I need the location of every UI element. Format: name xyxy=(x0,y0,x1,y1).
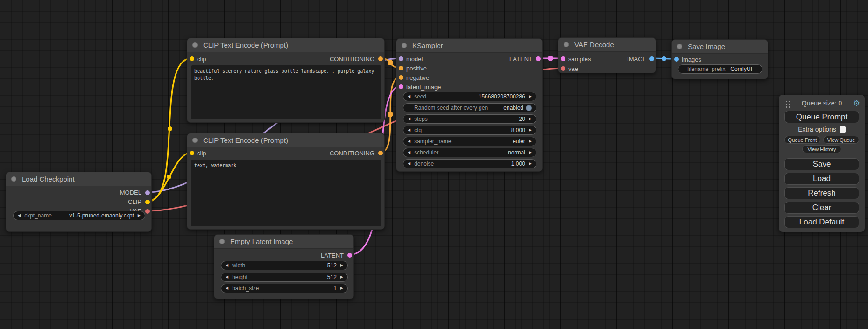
prompt-textarea[interactable]: beautiful scenery nature glass bottle la… xyxy=(191,65,381,119)
node-save-image[interactable]: Save Image images filename_prefix ComfyU… xyxy=(671,39,768,79)
collapse-dot-icon[interactable] xyxy=(219,239,225,244)
save-button[interactable]: Save xyxy=(784,158,859,170)
output-port-latent[interactable] xyxy=(347,253,352,258)
node-title-bar[interactable]: Save Image xyxy=(672,40,768,54)
node-ksampler[interactable]: KSampler model positive negative latent_… xyxy=(396,38,543,172)
queue-prompt-button[interactable]: Queue Prompt xyxy=(784,111,859,123)
widget-sampler-name[interactable]: ◀ sampler_name euler ▶ xyxy=(403,137,536,146)
graph-canvas[interactable]: CLIP Text Encode (Prompt) clip CONDITION… xyxy=(0,0,868,329)
collapse-dot-icon[interactable] xyxy=(192,42,198,48)
collapse-dot-icon[interactable] xyxy=(11,176,16,182)
decrement-arrow-icon[interactable]: ◀ xyxy=(408,128,410,132)
widget-denoise[interactable]: ◀ denoise 1.000 ▶ xyxy=(403,159,536,168)
prompt-textarea[interactable]: text, watermark xyxy=(191,160,381,226)
output-port-latent[interactable] xyxy=(536,56,541,61)
output-port-clip[interactable] xyxy=(145,200,150,204)
increment-arrow-icon[interactable]: ▶ xyxy=(529,162,532,166)
widget-value: 20 xyxy=(428,116,525,122)
widget-height[interactable]: ◀ height 512 ▶ xyxy=(221,273,348,282)
node-title: Save Image xyxy=(688,42,725,50)
collapse-dot-icon[interactable] xyxy=(402,43,407,48)
widget-label: ckpt_name xyxy=(24,212,52,219)
widget-scheduler[interactable]: ◀ scheduler normal ▶ xyxy=(403,148,536,157)
widget-label: sampler_name xyxy=(414,138,451,145)
node-title-bar[interactable]: Empty Latent Image xyxy=(214,235,353,249)
increment-arrow-icon[interactable]: ▶ xyxy=(529,117,532,121)
input-port-samples[interactable] xyxy=(561,56,565,61)
clear-button[interactable]: Clear xyxy=(784,202,859,214)
widget-label: scheduler xyxy=(414,149,438,156)
node-clip-text-encode-positive[interactable]: CLIP Text Encode (Prompt) clip CONDITION… xyxy=(187,38,385,123)
refresh-button[interactable]: Refresh xyxy=(784,187,859,199)
input-port-images[interactable] xyxy=(674,57,679,62)
gear-icon[interactable]: ⚙ xyxy=(853,98,860,108)
output-port-image[interactable] xyxy=(649,56,654,61)
widget-steps[interactable]: ◀ steps 20 ▶ xyxy=(403,114,536,124)
increment-arrow-icon[interactable]: ▶ xyxy=(340,264,343,267)
widget-label: batch_size xyxy=(232,285,259,292)
increment-arrow-icon[interactable]: ▶ xyxy=(529,128,532,132)
input-port-clip[interactable] xyxy=(190,151,194,155)
increment-arrow-icon[interactable]: ▶ xyxy=(340,275,343,279)
output-port-conditioning[interactable] xyxy=(378,151,383,155)
decrement-arrow-icon[interactable]: ◀ xyxy=(226,264,228,267)
input-port-positive[interactable] xyxy=(399,66,403,70)
node-title-bar[interactable]: CLIP Text Encode (Prompt) xyxy=(187,38,384,52)
output-port-conditioning[interactable] xyxy=(378,56,383,61)
decrement-arrow-icon[interactable]: ◀ xyxy=(18,214,21,217)
increment-arrow-icon[interactable]: ▶ xyxy=(529,95,532,98)
node-title-bar[interactable]: CLIP Text Encode (Prompt) xyxy=(187,133,384,147)
input-port-clip[interactable] xyxy=(190,56,194,61)
input-port-latent-image[interactable] xyxy=(399,84,403,89)
input-label: positive xyxy=(406,65,427,72)
node-empty-latent-image[interactable]: Empty Latent Image LATENT ◀ width 512 ▶ … xyxy=(214,234,354,299)
node-clip-text-encode-negative[interactable]: CLIP Text Encode (Prompt) clip CONDITION… xyxy=(187,133,385,230)
decrement-arrow-icon[interactable]: ◀ xyxy=(408,162,410,166)
increment-arrow-icon[interactable]: ▶ xyxy=(340,287,343,290)
collapse-dot-icon[interactable] xyxy=(564,42,569,47)
decrement-arrow-icon[interactable]: ◀ xyxy=(408,95,410,98)
input-port-model[interactable] xyxy=(399,56,403,61)
node-title-bar[interactable]: Load Checkpoint xyxy=(6,172,151,186)
widget-value: normal xyxy=(438,149,525,156)
output-port-model[interactable] xyxy=(145,190,150,195)
widget-batch-size[interactable]: ◀ batch_size 1 ▶ xyxy=(221,284,348,293)
widget-value: 1 xyxy=(259,285,337,292)
decrement-arrow-icon[interactable]: ◀ xyxy=(226,275,228,279)
collapse-dot-icon[interactable] xyxy=(192,138,198,143)
node-load-checkpoint[interactable]: Load Checkpoint MODEL CLIP VAE ◀ ckpt_na… xyxy=(6,172,152,232)
view-history-button[interactable]: View History xyxy=(802,145,841,153)
widget-random-seed-toggle[interactable]: Random seed after every gen enabled xyxy=(403,103,536,112)
increment-arrow-icon[interactable]: ▶ xyxy=(529,140,532,143)
widget-label: height xyxy=(232,274,247,280)
decrement-arrow-icon[interactable]: ◀ xyxy=(408,117,410,121)
link-dot xyxy=(662,56,666,61)
increment-arrow-icon[interactable]: ▶ xyxy=(138,214,141,217)
widget-ckpt-name[interactable]: ◀ ckpt_name v1-5-pruned-emaonly.ckpt ▶ xyxy=(13,211,145,220)
input-port-vae[interactable] xyxy=(561,66,565,71)
input-label: latent_image xyxy=(406,84,441,91)
node-title-bar[interactable]: KSampler xyxy=(396,39,542,53)
view-queue-button[interactable]: View Queue xyxy=(823,136,859,144)
widget-seed[interactable]: ◀ seed 156680208700286 ▶ xyxy=(403,92,536,101)
input-port-negative[interactable] xyxy=(399,75,403,80)
load-button[interactable]: Load xyxy=(784,173,859,185)
load-default-button[interactable]: Load Default xyxy=(784,216,859,228)
queue-front-button[interactable]: Queue Front xyxy=(784,136,820,144)
node-title: Load Checkpoint xyxy=(22,175,75,183)
extra-options-checkbox[interactable] xyxy=(840,126,846,133)
output-label: CONDITIONING xyxy=(330,56,374,63)
collapse-dot-icon[interactable] xyxy=(677,44,682,49)
widget-filename-prefix[interactable]: filename_prefix ComfyUI xyxy=(678,64,762,74)
toggle-icon[interactable] xyxy=(526,105,532,111)
output-port-vae[interactable] xyxy=(145,209,150,214)
decrement-arrow-icon[interactable]: ◀ xyxy=(408,151,410,154)
widget-width[interactable]: ◀ width 512 ▶ xyxy=(221,261,348,270)
node-vae-decode[interactable]: VAE Decode samples vae IMAGE xyxy=(558,37,656,73)
increment-arrow-icon[interactable]: ▶ xyxy=(529,151,532,154)
node-title-bar[interactable]: VAE Decode xyxy=(558,38,656,52)
widget-cfg[interactable]: ◀ cfg 8.000 ▶ xyxy=(403,126,536,135)
widget-value: 512 xyxy=(247,274,337,280)
decrement-arrow-icon[interactable]: ◀ xyxy=(226,287,228,290)
decrement-arrow-icon[interactable]: ◀ xyxy=(408,140,410,143)
